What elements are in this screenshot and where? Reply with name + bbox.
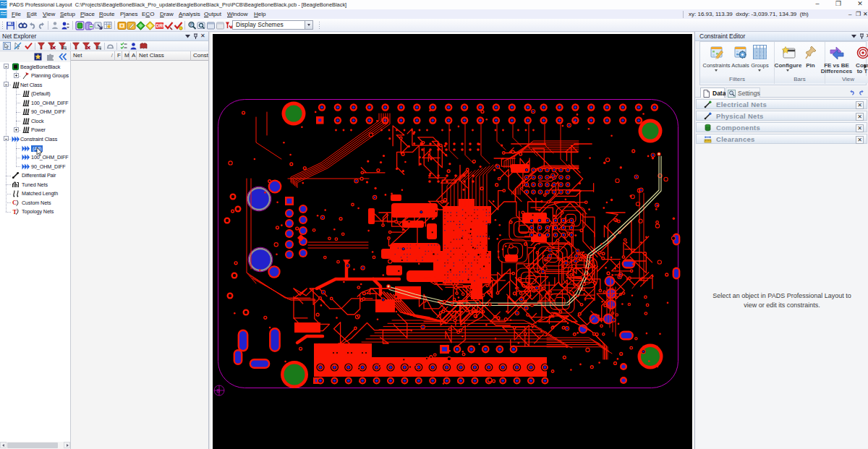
svg-text:DRC: DRC <box>156 23 165 28</box>
svg-text:B: B <box>217 388 221 393</box>
svg-text:C: C <box>12 199 17 206</box>
svg-text:P: P <box>190 22 193 27</box>
